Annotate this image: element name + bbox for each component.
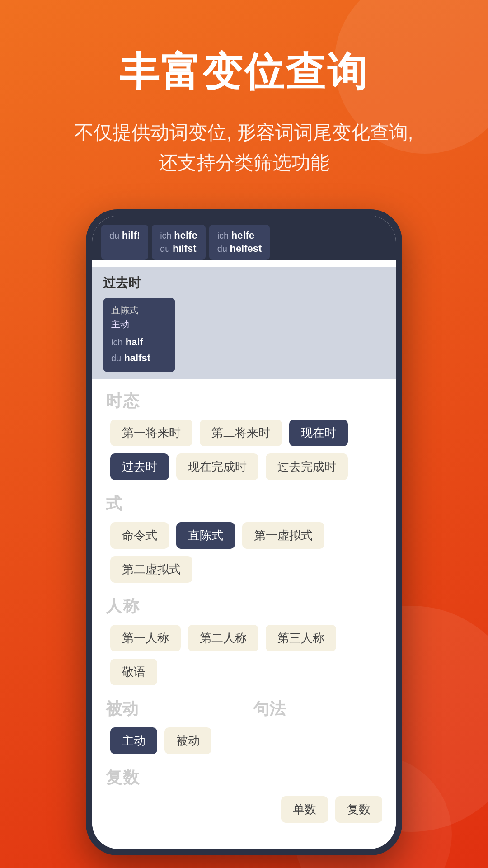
filter-pill-3rd[interactable]: 第三人称 xyxy=(266,625,336,651)
filter-subgroup-voice: 被动 主动 被动 xyxy=(106,698,235,754)
filter-pill-imperative[interactable]: 命令式 xyxy=(110,522,169,549)
filter-pill-2nd[interactable]: 第二人称 xyxy=(188,625,258,651)
conj-voice: 主动 xyxy=(111,318,167,330)
filter-group-number: 复数 单数 复数 xyxy=(106,767,382,823)
tooltip-2-form1: helfe xyxy=(174,230,197,241)
tooltip-2-pronoun1: ich xyxy=(160,231,174,241)
filter-pill-present-perfect[interactable]: 现在完成时 xyxy=(176,453,258,480)
filter-pill-active[interactable]: 主动 xyxy=(110,727,157,754)
tooltip-1-form: hilf! xyxy=(122,230,140,241)
filter-pill-singular[interactable]: 单数 xyxy=(281,796,328,823)
filter-group-tense: 时态 第一将来时 第二将来时 现在时 过去时 现在完成时 过去完成时 xyxy=(106,390,382,480)
tooltip-row: du hilf! ich helfe du hilfst ich helfe d… xyxy=(101,225,387,259)
filter-title-voice: 被动 xyxy=(106,698,235,720)
filter-pill-future1[interactable]: 第一将来时 xyxy=(110,420,192,446)
conj-category: 直陈式 xyxy=(111,304,167,316)
tooltip-2-form2: hilfst xyxy=(173,243,197,254)
filter-pill-1st[interactable]: 第一人称 xyxy=(110,625,181,651)
page-content: 丰富变位查询 不仅提供动词变位, 形容词词尾变化查询,还支持分类筛选功能 du … xyxy=(0,0,488,855)
filter-group-voice-syntax: 被动 主动 被动 句法 xyxy=(106,698,382,754)
tooltip-1-pronoun: du xyxy=(109,231,122,241)
tooltip-3: ich helfe du helfest xyxy=(209,225,270,259)
filter-pill-present[interactable]: 现在时 xyxy=(289,420,348,446)
filter-pills-mood: 命令式 直陈式 第一虚拟式 第二虚拟式 xyxy=(106,522,382,583)
filter-pill-past-perfect[interactable]: 过去完成时 xyxy=(266,453,348,480)
filter-subgroup-syntax: 句法 xyxy=(253,698,382,754)
past-tense-section: 过去时 直陈式 主动 ich half du halfst xyxy=(92,267,396,379)
filter-pill-indicative[interactable]: 直陈式 xyxy=(176,522,235,549)
tooltip-3-pronoun1: ich xyxy=(217,231,231,241)
filter-pills-number: 单数 复数 xyxy=(106,796,382,823)
filter-pill-plural[interactable]: 复数 xyxy=(335,796,382,823)
conjugation-card: 直陈式 主动 ich half du halfst xyxy=(103,298,175,372)
filter-title-number: 复数 xyxy=(106,767,382,789)
filter-pill-past[interactable]: 过去时 xyxy=(110,453,169,480)
subtitle: 不仅提供动词变位, 形容词词尾变化查询,还支持分类筛选功能 xyxy=(38,117,449,178)
conj-pronoun1: ich xyxy=(111,337,123,347)
filter-title-person: 人称 xyxy=(106,595,382,618)
tooltip-3-form2: helfest xyxy=(230,243,262,254)
conj-verb1: half xyxy=(126,336,143,348)
main-title: 丰富变位查询 xyxy=(119,45,369,99)
filter-pills-voice: 主动 被动 xyxy=(106,727,235,754)
filter-pills-tense: 第一将来时 第二将来时 现在时 过去时 现在完成时 过去完成时 xyxy=(106,420,382,480)
filter-group-mood: 式 命令式 直陈式 第一虚拟式 第二虚拟式 xyxy=(106,493,382,583)
filter-title-mood: 式 xyxy=(106,493,382,515)
tooltip-3-form1: helfe xyxy=(231,230,254,241)
filter-pill-passive[interactable]: 被动 xyxy=(164,727,211,754)
phone-screen: du hilf! ich helfe du hilfst ich helfe d… xyxy=(92,216,396,849)
filter-pill-formal[interactable]: 敬语 xyxy=(110,659,157,685)
conj-pronoun2: du xyxy=(111,353,121,363)
filter-title-syntax: 句法 xyxy=(253,698,382,720)
tooltip-3-pronoun2: du xyxy=(217,244,230,254)
tooltip-2-pronoun2: du xyxy=(160,244,173,254)
phone-mockup: du hilf! ich helfe du hilfst ich helfe d… xyxy=(86,209,402,855)
filter-pills-person: 第一人称 第二人称 第三人称 敬语 xyxy=(106,625,382,685)
tooltip-2: ich helfe du hilfst xyxy=(152,225,205,259)
filter-pill-future2[interactable]: 第二将来时 xyxy=(200,420,282,446)
phone-top-section: du hilf! ich helfe du hilfst ich helfe d… xyxy=(92,216,396,259)
filter-group-person: 人称 第一人称 第二人称 第三人称 敬语 xyxy=(106,595,382,685)
conj-verb2: halfst xyxy=(124,352,150,363)
conj-forms: ich half du halfst xyxy=(111,334,167,366)
filter-title-tense: 时态 xyxy=(106,390,382,412)
filter-pill-subj1[interactable]: 第一虚拟式 xyxy=(242,522,324,549)
filter-section: 时态 第一将来时 第二将来时 现在时 过去时 现在完成时 过去完成时 式 命令式 xyxy=(92,379,396,849)
filter-pill-subj2[interactable]: 第二虚拟式 xyxy=(110,556,192,583)
past-tense-label: 过去时 xyxy=(103,274,385,292)
tooltip-1: du hilf! xyxy=(101,225,148,259)
